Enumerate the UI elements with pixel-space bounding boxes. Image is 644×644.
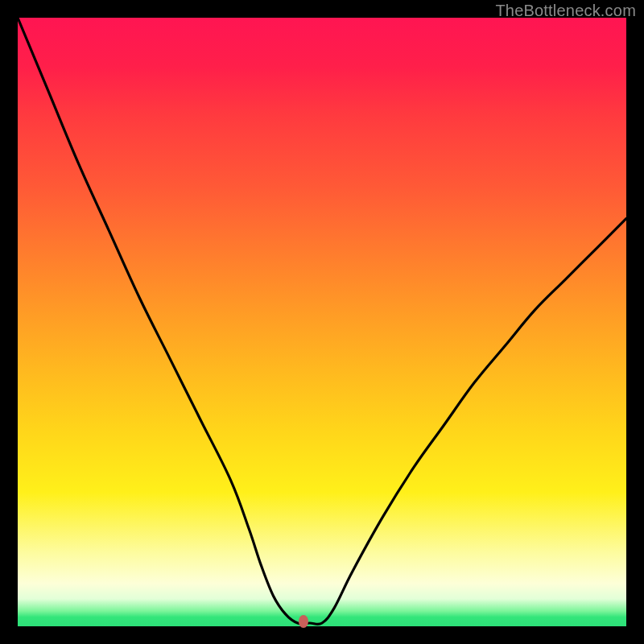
chart-frame: TheBottleneck.com <box>0 0 644 644</box>
curve-path <box>18 18 626 624</box>
minimum-marker <box>299 615 308 628</box>
bottleneck-curve <box>18 18 626 626</box>
watermark-text: TheBottleneck.com <box>495 2 636 20</box>
plot-area <box>18 18 626 626</box>
